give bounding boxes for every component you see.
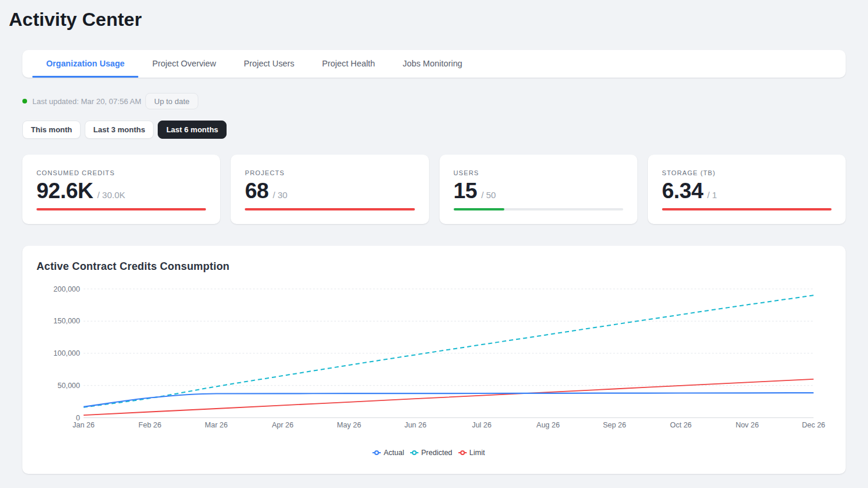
svg-text:150,000: 150,000 xyxy=(54,317,80,325)
svg-text:Jul 26: Jul 26 xyxy=(472,421,491,429)
svg-text:Jan 26: Jan 26 xyxy=(72,421,95,429)
svg-text:Mar 26: Mar 26 xyxy=(205,421,228,429)
svg-text:Jun 26: Jun 26 xyxy=(404,421,427,429)
svg-text:Feb 26: Feb 26 xyxy=(138,421,161,429)
svg-text:Aug 26: Aug 26 xyxy=(537,421,560,429)
svg-text:200,000: 200,000 xyxy=(54,285,80,293)
svg-text:Sep 26: Sep 26 xyxy=(603,421,626,429)
svg-text:May 26: May 26 xyxy=(337,421,361,429)
svg-text:Nov 26: Nov 26 xyxy=(736,421,759,429)
svg-text:Apr 26: Apr 26 xyxy=(272,421,294,429)
svg-text:Dec 26: Dec 26 xyxy=(802,421,826,429)
svg-text:50,000: 50,000 xyxy=(58,382,80,390)
svg-text:100,000: 100,000 xyxy=(54,349,80,357)
svg-text:Oct 26: Oct 26 xyxy=(670,421,691,429)
